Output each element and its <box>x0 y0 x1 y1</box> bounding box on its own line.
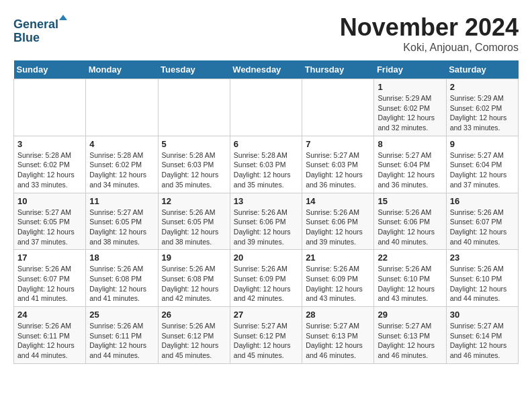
day-number: 15 <box>378 196 442 206</box>
calendar-cell: 1Sunrise: 5:29 AMSunset: 6:02 PMDaylight… <box>374 79 446 136</box>
calendar-cell: 30Sunrise: 5:27 AMSunset: 6:14 PMDayligh… <box>446 307 518 364</box>
calendar-cell: 24Sunrise: 5:26 AMSunset: 6:11 PMDayligh… <box>14 307 86 364</box>
day-number: 27 <box>234 310 298 320</box>
day-info: Sunrise: 5:26 AMSunset: 6:12 PMDaylight:… <box>162 321 226 361</box>
calendar-cell: 26Sunrise: 5:26 AMSunset: 6:12 PMDayligh… <box>158 307 230 364</box>
header: GeneralBlue November 2024 Koki, Anjouan,… <box>13 13 519 54</box>
day-number: 7 <box>306 139 370 149</box>
day-number: 14 <box>306 196 370 206</box>
calendar-cell: 3Sunrise: 5:28 AMSunset: 6:02 PMDaylight… <box>14 136 86 193</box>
calendar-cell: 25Sunrise: 5:26 AMSunset: 6:11 PMDayligh… <box>86 307 158 364</box>
weekday-header-friday: Friday <box>374 60 446 79</box>
calendar-week-4: 17Sunrise: 5:26 AMSunset: 6:07 PMDayligh… <box>14 250 519 307</box>
day-info: Sunrise: 5:26 AMSunset: 6:11 PMDaylight:… <box>89 321 154 361</box>
calendar-cell: 18Sunrise: 5:26 AMSunset: 6:08 PMDayligh… <box>86 250 158 307</box>
day-info: Sunrise: 5:26 AMSunset: 6:05 PMDaylight:… <box>162 208 226 247</box>
logo: GeneralBlue <box>13 13 74 47</box>
day-info: Sunrise: 5:26 AMSunset: 6:06 PMDaylight:… <box>306 208 370 247</box>
calendar-cell: 14Sunrise: 5:26 AMSunset: 6:06 PMDayligh… <box>302 193 374 250</box>
day-info: Sunrise: 5:26 AMSunset: 6:07 PMDaylight:… <box>450 208 515 247</box>
month-title: November 2024 <box>340 13 519 42</box>
calendar-cell: 19Sunrise: 5:26 AMSunset: 6:08 PMDayligh… <box>158 250 230 307</box>
calendar-cell: 6Sunrise: 5:28 AMSunset: 6:03 PMDaylight… <box>230 136 302 193</box>
day-number: 19 <box>162 253 226 263</box>
day-number: 16 <box>450 196 515 206</box>
calendar-cell: 4Sunrise: 5:28 AMSunset: 6:02 PMDaylight… <box>86 136 158 193</box>
calendar-cell: 22Sunrise: 5:26 AMSunset: 6:10 PMDayligh… <box>374 250 446 307</box>
calendar-cell: 28Sunrise: 5:27 AMSunset: 6:13 PMDayligh… <box>302 307 374 364</box>
title-area: November 2024 Koki, Anjouan, Comoros <box>340 13 519 54</box>
day-number: 18 <box>89 253 154 263</box>
calendar-cell: 8Sunrise: 5:27 AMSunset: 6:04 PMDaylight… <box>374 136 446 193</box>
calendar-week-2: 3Sunrise: 5:28 AMSunset: 6:02 PMDaylight… <box>14 136 519 193</box>
day-info: Sunrise: 5:28 AMSunset: 6:02 PMDaylight:… <box>17 150 82 190</box>
day-number: 26 <box>162 310 226 320</box>
day-info: Sunrise: 5:27 AMSunset: 6:03 PMDaylight:… <box>306 150 370 190</box>
day-number: 4 <box>89 139 154 149</box>
calendar-cell: 29Sunrise: 5:27 AMSunset: 6:13 PMDayligh… <box>374 307 446 364</box>
day-number: 13 <box>234 196 298 206</box>
calendar-table: SundayMondayTuesdayWednesdayThursdayFrid… <box>13 60 519 364</box>
weekday-header-thursday: Thursday <box>302 60 374 79</box>
calendar-cell: 17Sunrise: 5:26 AMSunset: 6:07 PMDayligh… <box>14 250 86 307</box>
calendar-cell: 5Sunrise: 5:28 AMSunset: 6:03 PMDaylight… <box>158 136 230 193</box>
day-info: Sunrise: 5:29 AMSunset: 6:02 PMDaylight:… <box>450 93 515 133</box>
day-number: 24 <box>17 310 82 320</box>
svg-text:Blue: Blue <box>13 31 40 44</box>
weekday-header-tuesday: Tuesday <box>158 60 230 79</box>
day-number: 22 <box>378 253 442 263</box>
day-number: 23 <box>450 253 515 263</box>
day-number: 2 <box>450 82 515 92</box>
day-number: 8 <box>378 139 442 149</box>
day-number: 25 <box>89 310 154 320</box>
calendar-cell: 15Sunrise: 5:26 AMSunset: 6:06 PMDayligh… <box>374 193 446 250</box>
day-number: 29 <box>378 310 442 320</box>
logo-svg: GeneralBlue <box>13 13 74 47</box>
calendar-cell <box>158 79 230 136</box>
day-number: 5 <box>162 139 226 149</box>
day-info: Sunrise: 5:27 AMSunset: 6:04 PMDaylight:… <box>450 150 515 190</box>
calendar-cell: 23Sunrise: 5:26 AMSunset: 6:10 PMDayligh… <box>446 250 518 307</box>
day-info: Sunrise: 5:27 AMSunset: 6:13 PMDaylight:… <box>378 321 442 361</box>
calendar-week-1: 1Sunrise: 5:29 AMSunset: 6:02 PMDaylight… <box>14 79 519 136</box>
day-number: 9 <box>450 139 515 149</box>
calendar-cell <box>302 79 374 136</box>
day-info: Sunrise: 5:26 AMSunset: 6:10 PMDaylight:… <box>378 264 442 304</box>
day-info: Sunrise: 5:26 AMSunset: 6:08 PMDaylight:… <box>162 264 226 304</box>
calendar-cell: 21Sunrise: 5:26 AMSunset: 6:09 PMDayligh… <box>302 250 374 307</box>
day-number: 28 <box>306 310 370 320</box>
day-number: 6 <box>234 139 298 149</box>
day-info: Sunrise: 5:26 AMSunset: 6:08 PMDaylight:… <box>89 264 154 304</box>
day-info: Sunrise: 5:27 AMSunset: 6:05 PMDaylight:… <box>89 208 154 247</box>
day-number: 30 <box>450 310 515 320</box>
day-number: 17 <box>17 253 82 263</box>
day-info: Sunrise: 5:28 AMSunset: 6:03 PMDaylight:… <box>162 150 226 190</box>
svg-text:General: General <box>13 17 58 31</box>
calendar-cell <box>14 79 86 136</box>
day-number: 10 <box>17 196 82 206</box>
location-title: Koki, Anjouan, Comoros <box>340 42 519 54</box>
weekday-header-wednesday: Wednesday <box>230 60 302 79</box>
calendar-cell: 12Sunrise: 5:26 AMSunset: 6:05 PMDayligh… <box>158 193 230 250</box>
calendar-cell: 16Sunrise: 5:26 AMSunset: 6:07 PMDayligh… <box>446 193 518 250</box>
day-info: Sunrise: 5:27 AMSunset: 6:13 PMDaylight:… <box>306 321 370 361</box>
calendar-week-5: 24Sunrise: 5:26 AMSunset: 6:11 PMDayligh… <box>14 307 519 364</box>
calendar-cell: 9Sunrise: 5:27 AMSunset: 6:04 PMDaylight… <box>446 136 518 193</box>
weekday-header-row: SundayMondayTuesdayWednesdayThursdayFrid… <box>14 60 519 79</box>
day-info: Sunrise: 5:27 AMSunset: 6:05 PMDaylight:… <box>17 208 82 247</box>
day-number: 21 <box>306 253 370 263</box>
calendar-week-3: 10Sunrise: 5:27 AMSunset: 6:05 PMDayligh… <box>14 193 519 250</box>
day-info: Sunrise: 5:29 AMSunset: 6:02 PMDaylight:… <box>378 93 442 133</box>
weekday-header-sunday: Sunday <box>14 60 86 79</box>
day-info: Sunrise: 5:26 AMSunset: 6:06 PMDaylight:… <box>378 208 442 247</box>
day-info: Sunrise: 5:26 AMSunset: 6:10 PMDaylight:… <box>450 264 515 304</box>
day-info: Sunrise: 5:26 AMSunset: 6:11 PMDaylight:… <box>17 321 82 361</box>
day-info: Sunrise: 5:28 AMSunset: 6:03 PMDaylight:… <box>234 150 298 190</box>
calendar-cell: 2Sunrise: 5:29 AMSunset: 6:02 PMDaylight… <box>446 79 518 136</box>
day-info: Sunrise: 5:26 AMSunset: 6:07 PMDaylight:… <box>17 264 82 304</box>
day-number: 12 <box>162 196 226 206</box>
calendar-cell: 20Sunrise: 5:26 AMSunset: 6:09 PMDayligh… <box>230 250 302 307</box>
weekday-header-saturday: Saturday <box>446 60 518 79</box>
calendar-cell: 10Sunrise: 5:27 AMSunset: 6:05 PMDayligh… <box>14 193 86 250</box>
day-number: 20 <box>234 253 298 263</box>
